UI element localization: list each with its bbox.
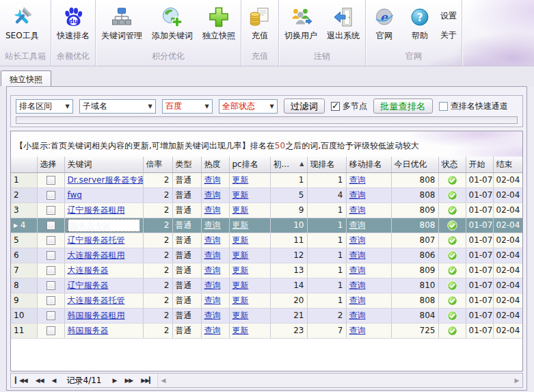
pc-update-link[interactable]: 更新 bbox=[232, 220, 249, 230]
row-checkbox[interactable] bbox=[46, 206, 55, 215]
heat-query-link[interactable]: 查询 bbox=[204, 220, 221, 230]
pc-update-link[interactable]: 更新 bbox=[232, 326, 249, 335]
keyword-cell[interactable]: 韩国服务器租用 bbox=[64, 308, 143, 323]
mobile-rank-cell[interactable]: 查询 bbox=[346, 187, 391, 202]
table-row[interactable]: 1Dr.server服务器专家2普通查询更新11查询80801-0702-04 bbox=[11, 172, 523, 187]
keyword-cell[interactable]: 大连服务器托管 bbox=[64, 293, 143, 308]
pc-update-link[interactable]: 更新 bbox=[232, 190, 249, 200]
keyword-link[interactable]: 韩国服务器 bbox=[68, 326, 109, 335]
column-header[interactable]: 今日优化 bbox=[391, 157, 438, 172]
pc-rank-cell[interactable]: 更新 bbox=[229, 187, 270, 202]
snapshot-button[interactable]: 独立快照 bbox=[198, 1, 240, 43]
scrollbar-track[interactable] bbox=[169, 374, 511, 387]
keyword-link[interactable]: 辽宁服务器租用 bbox=[68, 205, 125, 215]
keyword-cell[interactable]: 韩国服务器 bbox=[64, 323, 143, 338]
keyword-edit-box[interactable]: 服务器专家 bbox=[68, 219, 140, 232]
mobile-rank-cell[interactable]: 查询 bbox=[346, 323, 391, 338]
settings-button[interactable]: 设置 bbox=[440, 10, 457, 22]
heat-cell[interactable]: 查询 bbox=[201, 202, 229, 218]
heat-cell[interactable]: 查询 bbox=[201, 187, 229, 202]
table-row[interactable]: 3辽宁服务器租用2普通查询更新91查询80901-0702-04 bbox=[11, 202, 523, 218]
mobile-query-link[interactable]: 查询 bbox=[349, 250, 366, 260]
search-engine-dropdown[interactable]: 百度▼ bbox=[162, 99, 213, 114]
select-cell[interactable] bbox=[37, 278, 64, 293]
row-checkbox[interactable] bbox=[46, 281, 55, 290]
pc-update-link[interactable]: 更新 bbox=[232, 250, 249, 260]
filter-word-button[interactable]: 过滤词 bbox=[284, 99, 325, 114]
heat-cell[interactable]: 查询 bbox=[201, 323, 229, 338]
mobile-rank-cell[interactable]: 查询 bbox=[346, 308, 391, 323]
help-button[interactable]: ?帮助 bbox=[402, 1, 438, 43]
keyword-link[interactable]: Dr.server服务器专家 bbox=[68, 175, 144, 185]
column-header[interactable]: 现排名 bbox=[307, 157, 346, 172]
column-header[interactable]: 类型 bbox=[172, 157, 201, 172]
column-header[interactable] bbox=[11, 157, 37, 172]
nav-next-button[interactable]: ▶ bbox=[108, 377, 120, 384]
column-header[interactable]: 状态 bbox=[438, 157, 466, 172]
pc-rank-cell[interactable]: 更新 bbox=[229, 278, 270, 293]
select-cell[interactable] bbox=[37, 172, 64, 187]
heat-cell[interactable]: 查询 bbox=[201, 248, 229, 263]
table-row[interactable]: 6大连服务器租用2普通查询更新121查询80601-0702-04 bbox=[11, 248, 523, 263]
keyword-cell[interactable]: 辽宁服务器托管 bbox=[64, 233, 143, 248]
mobile-rank-cell[interactable]: 查询 bbox=[346, 218, 391, 233]
pc-rank-cell[interactable]: 更新 bbox=[229, 172, 270, 187]
column-header[interactable]: 选择 bbox=[37, 157, 64, 172]
keyword-cell[interactable]: 服务器专家 bbox=[64, 218, 143, 233]
column-header[interactable]: 倍率 bbox=[143, 157, 172, 172]
table-row[interactable]: 11韩国服务器2普通查询更新237查询72501-0702-04 bbox=[11, 323, 523, 338]
heat-query-link[interactable]: 查询 bbox=[204, 235, 221, 245]
heat-query-link[interactable]: 查询 bbox=[204, 280, 221, 290]
about-button[interactable]: 关于 bbox=[440, 29, 457, 41]
row-checkbox[interactable] bbox=[46, 221, 55, 230]
mobile-query-link[interactable]: 查询 bbox=[349, 296, 366, 305]
heat-query-link[interactable]: 查询 bbox=[204, 250, 221, 260]
heat-query-link[interactable]: 查询 bbox=[204, 311, 221, 320]
keyword-link[interactable]: 大连服务器租用 bbox=[68, 250, 125, 260]
column-header[interactable]: 开始 bbox=[466, 157, 493, 172]
row-checkbox[interactable] bbox=[46, 191, 55, 200]
keyword-link[interactable]: fwq bbox=[68, 190, 82, 200]
heat-query-link[interactable]: 查询 bbox=[204, 326, 221, 335]
heat-query-link[interactable]: 查询 bbox=[204, 175, 221, 185]
nav-first-button[interactable]: ▎◀◀ bbox=[11, 377, 31, 384]
select-cell[interactable] bbox=[37, 263, 64, 278]
pc-update-link[interactable]: 更新 bbox=[232, 280, 249, 290]
fast-rank-button[interactable]: du快速排名 bbox=[52, 1, 94, 43]
row-checkbox[interactable] bbox=[46, 296, 55, 305]
select-cell[interactable] bbox=[37, 248, 64, 263]
row-checkbox[interactable] bbox=[46, 311, 55, 320]
row-checkbox[interactable] bbox=[46, 176, 55, 185]
select-cell[interactable] bbox=[37, 202, 64, 218]
mobile-query-link[interactable]: 查询 bbox=[349, 190, 366, 200]
nav-prev-page-button[interactable]: ◀◀ bbox=[31, 377, 48, 384]
table-row[interactable]: ▸ 4服务器专家2普通查询更新101查询80801-0702-04 bbox=[11, 218, 523, 233]
pc-update-link[interactable]: 更新 bbox=[232, 175, 249, 185]
heat-query-link[interactable]: 查询 bbox=[204, 190, 221, 200]
multi-node[interactable]: 多节点 bbox=[331, 101, 367, 112]
pc-rank-cell[interactable]: 更新 bbox=[229, 202, 270, 218]
add-keyword-button[interactable]: 添加关键词 bbox=[147, 1, 198, 43]
row-checkbox[interactable] bbox=[46, 326, 55, 335]
recharge-button[interactable]: 充值 bbox=[242, 1, 278, 43]
column-header[interactable]: 结束 bbox=[493, 157, 523, 172]
pc-rank-cell[interactable]: 更新 bbox=[229, 323, 270, 338]
nav-prev-button[interactable]: ◀ bbox=[48, 377, 60, 384]
heat-query-link[interactable]: 查询 bbox=[204, 265, 221, 275]
mobile-query-link[interactable]: 查询 bbox=[349, 311, 366, 320]
mobile-rank-cell[interactable]: 查询 bbox=[346, 202, 391, 218]
table-row[interactable]: 8辽宁服务器2普通查询更新141查询81001-0702-04 bbox=[11, 278, 523, 293]
pc-update-link[interactable]: 更新 bbox=[232, 265, 249, 275]
multi-node-checkbox[interactable] bbox=[331, 102, 340, 111]
column-header[interactable]: 关键词 bbox=[64, 157, 143, 172]
mobile-rank-cell[interactable]: 查询 bbox=[346, 248, 391, 263]
table-row[interactable]: 5辽宁服务器托管2普通查询更新111查询80701-0702-04 bbox=[11, 233, 523, 248]
pc-rank-cell[interactable]: 更新 bbox=[229, 263, 270, 278]
keyword-cell[interactable]: 大连服务器租用 bbox=[64, 248, 143, 263]
fast-channel[interactable]: 查排名快速通道 bbox=[439, 101, 508, 112]
row-checkbox[interactable] bbox=[46, 251, 55, 260]
keyword-link[interactable]: 韩国服务器租用 bbox=[68, 311, 125, 320]
nav-next-page-button[interactable]: ▶▶ bbox=[120, 377, 137, 384]
mobile-query-link[interactable]: 查询 bbox=[349, 280, 366, 290]
exit-system-button[interactable]: 退出系统 bbox=[322, 1, 364, 43]
